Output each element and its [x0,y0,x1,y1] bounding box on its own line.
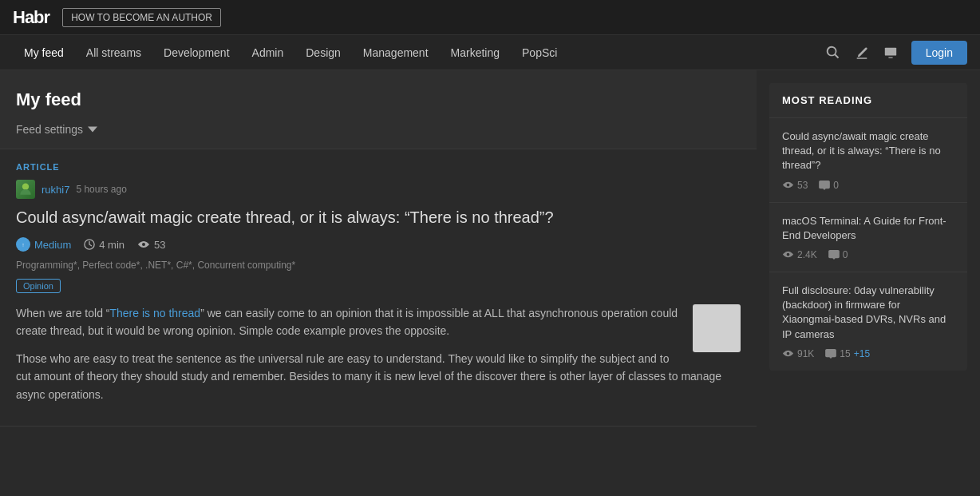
sidebar: MOST READING Could async/await magic cre… [757,70,980,427]
nav-my-feed[interactable]: My feed [13,35,75,70]
reading-item-2-title[interactable]: macOS Terminal: A Guide for Front-End De… [782,214,954,243]
reading-item-1-comments-value: 0 [833,180,839,191]
complexity-badge: ↑ Medium [16,237,71,252]
reading-item-3-comments: 15 +15 [825,348,870,359]
nav-marketing[interactable]: Marketing [440,35,511,70]
reading-item-3-plus-badge: +15 [854,348,870,359]
article-title[interactable]: Could async/await magic create thread, o… [16,207,741,228]
logo[interactable]: Habr [13,7,49,28]
feed-title: My feed [16,89,741,110]
most-reading-card: MOST READING Could async/await magic cre… [769,83,967,371]
nav-popsci[interactable]: PopSci [511,35,568,70]
reading-item-3-title[interactable]: Full disclosure: 0day vulnerability (bac… [782,284,954,342]
reading-item-2-comments-value: 0 [843,249,848,260]
svg-text:↑: ↑ [22,242,25,248]
article-link[interactable]: There is no thread [110,307,201,319]
author-name[interactable]: rukhi7 [41,184,69,196]
main-layout: My feed Feed settings ARTICLE rukhi7 [0,70,980,427]
article-meta: rukhi7 5 hours ago [16,180,741,199]
become-author-button[interactable]: HOW TO BECOME AN AUTHOR [62,8,221,27]
reading-item-1: Could async/await magic create thread, o… [769,118,967,203]
nav-all-streams[interactable]: All streams [75,35,152,70]
reading-item-3-views: 91K [782,348,814,359]
reading-item-1-title[interactable]: Could async/await magic create thread, o… [782,129,954,173]
feed-settings-label: Feed settings [16,123,83,136]
svg-point-2 [22,184,29,190]
reading-item-2-stats: 2.4K 0 [782,249,954,260]
reading-item-1-stats: 53 0 [782,180,954,191]
reading-item-1-views-value: 53 [797,180,808,191]
article-preview: When we are told “There is no thread” we… [16,304,741,403]
feed-header: My feed Feed settings [0,70,757,149]
complexity-icon: ↑ [16,237,30,252]
reading-item-3-views-value: 91K [797,348,814,359]
tv-icon[interactable] [876,38,905,67]
svg-rect-0 [885,47,896,55]
article-para-1: When we are told “There is no thread” we… [16,304,741,340]
read-time-value: 4 min [99,239,124,251]
article-type-label: ARTICLE [16,162,741,172]
most-reading-title: MOST READING [769,83,967,118]
views-stat: 53 [137,239,165,251]
navbar: My feed All streams Development Admin De… [0,35,980,70]
nav-admin[interactable]: Admin [241,35,295,70]
read-time-stat: 4 min [84,239,124,251]
article-para-2: Those who are easy to treat the sentence… [16,350,741,403]
topbar: Habr HOW TO BECOME AN AUTHOR [0,0,980,35]
content-area: My feed Feed settings ARTICLE rukhi7 [0,70,757,427]
author-avatar [16,180,35,199]
nav-management[interactable]: Management [352,35,440,70]
post-time: 5 hours ago [76,184,126,195]
reading-item-3-comments-value: 15 [840,348,850,359]
nav-design[interactable]: Design [294,35,352,70]
views-value: 53 [154,239,165,251]
opinion-tag[interactable]: Opinion [16,279,61,293]
reading-item-1-views: 53 [782,180,808,191]
feed-settings-button[interactable]: Feed settings [16,123,741,136]
article-card: ARTICLE rukhi7 5 hours ago Could async/a… [0,149,757,427]
nav-development[interactable]: Development [152,35,241,70]
reading-item-2-views: 2.4K [782,249,817,260]
search-icon[interactable] [819,38,848,67]
article-stats: ↑ Medium 4 min 53 [16,237,741,252]
reading-item-1-comments: 0 [819,180,839,191]
edit-icon[interactable] [848,38,876,67]
reading-item-2-views-value: 2.4K [797,249,817,260]
article-tags: Programming*, Perfect code*, .NET*, C#*,… [16,260,741,271]
reading-item-3: Full disclosure: 0day vulnerability (bac… [769,272,967,371]
article-thumbnail [693,304,741,352]
reading-item-3-stats: 91K 15 +15 [782,348,954,359]
login-button[interactable]: Login [911,41,967,65]
svg-rect-1 [888,57,892,58]
complexity-label: Medium [34,239,71,251]
reading-item-2-comments: 0 [828,249,848,260]
reading-item-2: macOS Terminal: A Guide for Front-End De… [769,203,967,272]
